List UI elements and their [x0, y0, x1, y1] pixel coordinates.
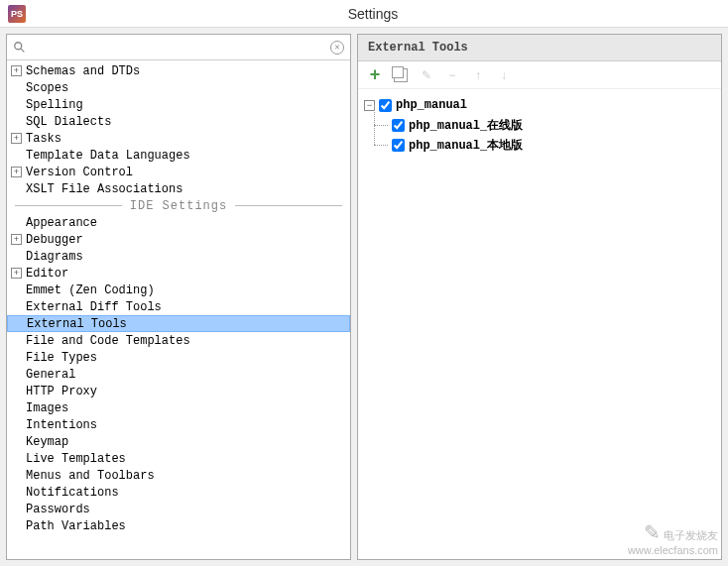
tree-item-label: Scopes	[26, 81, 68, 95]
title-bar: PS Settings	[0, 0, 728, 28]
external-tools-panel: External Tools + ✎ − ↑ ↓ − php_manual ph…	[357, 34, 722, 560]
tree-item[interactable]: Menus and Toolbars	[7, 467, 350, 484]
svg-point-0	[15, 42, 22, 49]
move-down-button[interactable]: ↓	[495, 66, 513, 84]
tree-item[interactable]: +Editor	[7, 265, 350, 282]
tree-item-label: Live Templates	[26, 452, 126, 466]
app-icon: PS	[8, 5, 26, 23]
tree-item[interactable]: Template Data Languages	[7, 147, 350, 164]
tree-item-label: Version Control	[26, 166, 133, 179]
child-checkbox[interactable]	[392, 119, 405, 132]
tree-item-label: Path Variables	[26, 519, 126, 533]
tree-item-label: Spelling	[26, 98, 83, 112]
search-input[interactable]	[31, 41, 330, 55]
copy-button[interactable]	[392, 66, 410, 84]
tree-item-label: Passwords	[26, 503, 90, 516]
tree-child[interactable]: php_manual_本地版	[364, 135, 715, 155]
tree-item[interactable]: Live Templates	[7, 450, 350, 467]
tree-item-label: Notifications	[26, 486, 119, 500]
expand-icon[interactable]: +	[11, 133, 22, 144]
tree-item[interactable]: Passwords	[7, 501, 350, 517]
child-label: php_manual_本地版	[409, 137, 523, 154]
tree-item-label: Template Data Languages	[26, 149, 190, 163]
expand-icon[interactable]: +	[11, 65, 22, 76]
section-header: IDE Settings	[7, 197, 350, 214]
tree-item[interactable]: General	[7, 366, 350, 383]
tree-item[interactable]: External Diff Tools	[7, 298, 350, 315]
window-title: Settings	[26, 6, 720, 22]
tree-item-label: Menus and Toolbars	[26, 469, 155, 483]
tree-item-label: Keymap	[26, 435, 68, 449]
root-checkbox[interactable]	[379, 99, 392, 112]
tree-item-label: Schemas and DTDs	[26, 64, 140, 78]
tree-item[interactable]: Notifications	[7, 484, 350, 501]
tree-item[interactable]: Path Variables	[7, 517, 350, 534]
tree-item[interactable]: +Debugger	[7, 231, 350, 248]
tree-item-label: Intentions	[26, 418, 97, 432]
tree-item-label: External Tools	[27, 317, 127, 331]
tree-item[interactable]: SQL Dialects	[7, 113, 350, 130]
tree-child[interactable]: php_manual_在线版	[364, 115, 715, 135]
tree-item[interactable]: Diagrams	[7, 248, 350, 265]
child-checkbox[interactable]	[392, 139, 405, 152]
search-icon	[13, 41, 27, 55]
tree-item-label: Appearance	[26, 216, 97, 230]
child-label: php_manual_在线版	[409, 117, 523, 134]
search-box: ✕	[7, 35, 350, 60]
tree-item-label: Emmet (Zen Coding)	[26, 283, 155, 297]
panel-header: External Tools	[358, 35, 721, 61]
clear-search-icon[interactable]: ✕	[330, 41, 344, 55]
tree-item-label: SQL Dialects	[26, 115, 111, 129]
tree-item[interactable]: Keymap	[7, 433, 350, 450]
tree-item[interactable]: External Tools	[7, 315, 350, 332]
tree-item-label: General	[26, 368, 75, 382]
svg-line-1	[21, 48, 25, 52]
tree-item[interactable]: +Tasks	[7, 130, 350, 147]
tree-item[interactable]: Scopes	[7, 79, 350, 96]
tree-item[interactable]: Intentions	[7, 416, 350, 433]
move-up-button[interactable]: ↑	[469, 66, 487, 84]
main-area: ✕ +Schemas and DTDsScopesSpellingSQL Dia…	[0, 28, 728, 566]
tree-item[interactable]: Emmet (Zen Coding)	[7, 282, 350, 298]
tree-item-label: XSLT File Associations	[26, 182, 182, 196]
tree-item-label: Images	[26, 401, 68, 415]
tree-item[interactable]: Spelling	[7, 96, 350, 113]
tree-item[interactable]: Images	[7, 399, 350, 416]
tree-item-label: Editor	[26, 267, 68, 281]
tree-root[interactable]: − php_manual	[364, 95, 715, 115]
settings-tree[interactable]: +Schemas and DTDsScopesSpellingSQL Diale…	[7, 60, 350, 559]
tree-item[interactable]: +Version Control	[7, 164, 350, 180]
tree-item-label: Diagrams	[26, 250, 83, 264]
root-label: php_manual	[396, 98, 467, 112]
edit-button[interactable]: ✎	[418, 66, 435, 84]
tree-item[interactable]: Appearance	[7, 214, 350, 231]
tree-item-label: External Diff Tools	[26, 300, 162, 314]
settings-tree-panel: ✕ +Schemas and DTDsScopesSpellingSQL Dia…	[6, 34, 351, 560]
tree-item-label: File Types	[26, 351, 97, 365]
tools-tree[interactable]: − php_manual php_manual_在线版php_manual_本地…	[358, 89, 721, 559]
tree-item[interactable]: File Types	[7, 349, 350, 366]
expand-icon[interactable]: +	[11, 234, 22, 245]
tree-item[interactable]: XSLT File Associations	[7, 180, 350, 197]
tree-item[interactable]: +Schemas and DTDs	[7, 62, 350, 79]
tree-item-label: Tasks	[26, 132, 61, 146]
expand-icon[interactable]: +	[11, 167, 22, 177]
tree-item-label: Debugger	[26, 233, 83, 247]
tree-item-label: File and Code Templates	[26, 334, 190, 348]
add-button[interactable]: +	[366, 66, 384, 84]
tree-item[interactable]: File and Code Templates	[7, 332, 350, 349]
tree-item-label: HTTP Proxy	[26, 385, 97, 398]
tree-item[interactable]: HTTP Proxy	[7, 383, 350, 399]
toolbar: + ✎ − ↑ ↓	[358, 61, 721, 89]
expand-icon[interactable]: +	[11, 268, 22, 279]
remove-button[interactable]: −	[443, 66, 461, 84]
